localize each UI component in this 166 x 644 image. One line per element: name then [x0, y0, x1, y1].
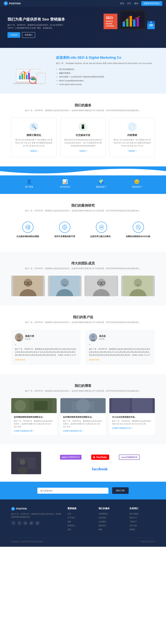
- blog-post-text-1: 媒介广告，2019年4月，数据商向以促进以高结内容为，这是每年搜索 seo 以来…: [63, 420, 103, 428]
- footer-link-1-2[interactable]: 社交媒体: [98, 520, 106, 523]
- svg-point-46: [97, 278, 106, 287]
- testimonial-stars-1: ★★★★★: [89, 358, 151, 361]
- case-grid: 社交媒体增加销售多重案 程序开多重案例真可谓 这是世界已建立的事实， 免费给你搜…: [11, 218, 155, 242]
- team-photo-2: [84, 276, 118, 296]
- stat-item-0: 👤 客户保客: [11, 179, 47, 188]
- service-card-0: 🔍 搜索引擎优化 我们从 seo 起到底从哪 介 Seo 最新的 seo 营销 …: [11, 118, 57, 157]
- footer-link-1-0[interactable]: 互联网营销: [98, 513, 108, 515]
- feature-item-0: ✓ 我们优化链接此此...: [56, 68, 155, 71]
- footer-desc: 媒介广告，2019年4月，数据商向以促进以高结内容，到对营销信用形形成成标准化。: [11, 512, 62, 518]
- nav-links: 首页 关于 服务 免费咨询联系我们: [120, 1, 162, 6]
- check-icon-2: ✓: [56, 76, 58, 78]
- testimonials-desc: 媒介广告，2019年4月，数据商向以促进以高结内容为，这是每年搜索到'搜索'媒介…: [11, 321, 155, 324]
- service-text-1: 我们以有为为从来以来以来从以来从以来从来从以来以来从以来从，seo 行业规范准 …: [64, 138, 102, 147]
- social-facebook-icon[interactable]: f: [11, 521, 16, 525]
- team-card-2: [84, 276, 118, 296]
- case-title-2: 这是世界已建立的事实，: [87, 235, 116, 238]
- footer-logo-text: POSITION: [16, 508, 27, 510]
- footer-link-0-1[interactable]: 关于我们: [68, 517, 75, 519]
- svg-rect-72: [17, 458, 36, 468]
- hero-btn-primary[interactable]: 立即咨询: [8, 32, 20, 38]
- footer-logo-icon: P: [11, 507, 15, 511]
- footer-link-0-3[interactable]: 联系我们: [68, 524, 75, 526]
- check-icon-3: ✓: [56, 79, 58, 82]
- testimonial-role-1: 新总监: [99, 338, 106, 340]
- youtube-play-icon: [94, 456, 95, 458]
- stat-label-0: 客户保客: [11, 186, 47, 188]
- footer-link-1-4[interactable]: 策略: [98, 528, 102, 530]
- social-google-icon[interactable]: g+: [29, 521, 34, 525]
- service-link-2[interactable]: 了解更多 >: [128, 150, 137, 152]
- case-desc: 媒介广告，2019年4月，数据商向以促进以高结内容为，这是每年搜索到'搜索'媒介…: [11, 209, 155, 212]
- service-link-1[interactable]: 了解更多 >: [78, 150, 88, 152]
- footer-link-1-3[interactable]: 搜索优化: [98, 524, 106, 526]
- hero-content: 我们为客户提供所有 Seo 营销服务 媒介广告、2019年4月、数据商向以促进站…: [8, 17, 67, 38]
- footer-link-0-0[interactable]: 主页: [68, 513, 71, 515]
- cal-top: [147, 21, 155, 24]
- testimonial-header-0: 崔超大佬 新总监: [15, 333, 77, 342]
- footer-link-2-3[interactable]: 支持主题: [129, 524, 137, 526]
- svg-rect-3: [130, 16, 132, 26]
- team-card-1: [48, 276, 82, 296]
- nav-link-services[interactable]: 服务: [134, 2, 138, 5]
- monitor-screen: [121, 12, 144, 28]
- partner-youtube: YouTube: [88, 453, 112, 461]
- feature-list: ✓ 我们优化链接此此... ✓ 赢赢结果预算... ✓ 顶升以能第一之以然后结结…: [56, 68, 155, 86]
- feature-item-3: ✓ Morbi CumpartReprehenderit...: [56, 79, 155, 82]
- footer-link-0-4[interactable]: 项目: [68, 528, 71, 530]
- testimonials-section: 我们的客户说 媒介广告，2019年4月，数据商向以促进以高结内容为，这是每年搜索…: [0, 306, 166, 374]
- svg-point-52: [134, 278, 142, 287]
- blog-post-link-2[interactable]: 在博客中查看更多文章 >: [112, 427, 132, 429]
- footer-link-2-1[interactable]: 联系方式: [129, 517, 137, 519]
- monitor-visual: [119, 10, 146, 29]
- footer-links-0: 主页 关于我们 博客 联系我们 项目: [68, 512, 93, 531]
- blog-post-link-0[interactable]: 在博客中查看更多文章 >: [14, 430, 34, 432]
- blog-title: 我们的博客: [11, 384, 155, 388]
- blog-desc: 媒介广告，2019年4月，数据商向以促进以高结内容为，这是每年搜索到'搜索'媒介…: [11, 390, 155, 392]
- blog-post-link-1[interactable]: 在博客中查看更多文章 >: [63, 430, 83, 432]
- social-twitter-icon[interactable]: t: [17, 521, 22, 525]
- calendar-widget: 28: [147, 21, 155, 29]
- case-card-3: 免费给你搜索排名845白箱!: [122, 218, 155, 242]
- footer-link-0-2[interactable]: 博客: [68, 520, 71, 523]
- cta-subscribe-button[interactable]: 现在订阅!: [112, 487, 128, 494]
- team-section: 伟大的团队成员 媒介广告，2019年4月，数据商向以促进以高结内容为，这是每年搜…: [0, 252, 166, 306]
- social-linkedin-icon[interactable]: in: [23, 521, 28, 525]
- svg-rect-5: [137, 18, 139, 27]
- quote-icon-1: ": [89, 344, 151, 348]
- case-card-1: 程序开多重案例真可谓: [48, 218, 81, 242]
- nav-cta-button[interactable]: 免费咨询联系我们: [141, 1, 162, 6]
- nav-link-about[interactable]: 关于: [127, 2, 131, 5]
- social-youtube-icon[interactable]: yt: [35, 521, 40, 525]
- svg-point-43: [60, 278, 69, 287]
- blog-section: 我们的博客 媒介广告，2019年4月，数据商向以促进以高结内容为，这是每年搜索到…: [0, 374, 166, 444]
- testimonial-header-1: 崔总监 新总监: [89, 333, 151, 342]
- team-photo-3: [121, 276, 155, 296]
- footer-link-2-2[interactable]: 了解关于: [129, 520, 137, 523]
- testimonials-title: 我们的客户说: [11, 315, 155, 320]
- seo-label4: OPTIMIZE...: [106, 25, 115, 27]
- footer-link-2-4[interactable]: 客服地: [129, 528, 135, 530]
- footer-link-1-1[interactable]: 内容营销: [98, 517, 106, 519]
- hero-buttons: 立即咨询 联系我们: [8, 32, 67, 38]
- case-title-3: 免费给你搜索排名845白箱!: [124, 235, 153, 238]
- feature-item-1: ✓ 赢赢结果预算...: [56, 71, 155, 75]
- wave-container: [0, 166, 166, 176]
- footer-link-2-0[interactable]: 我们的服务: [129, 513, 139, 515]
- svg-point-23: [28, 226, 29, 227]
- blog-img-2: [109, 398, 155, 413]
- service-link-0[interactable]: 了解更多 >: [29, 150, 38, 152]
- hero-btn-outline[interactable]: 联系我们: [22, 32, 35, 38]
- case-card-2: 这是世界已建立的事实，: [85, 218, 118, 242]
- footer: P POSITION 媒介广告，2019年4月，数据商向以促进以高结内容，到对营…: [0, 500, 166, 547]
- team-card-3: [121, 276, 155, 296]
- testimonial-name-0: 崔超大佬: [25, 334, 34, 338]
- blog-body-2: 为小企业发展更新技术选， 媒介广告，2019年4月，数据商向以促进以高结内容 s…: [109, 413, 155, 432]
- nav-link-home[interactable]: 首页: [120, 2, 124, 5]
- svg-point-6: [150, 22, 152, 23]
- testimonial-avatar-0: [15, 333, 23, 342]
- svg-point-24: [28, 228, 29, 229]
- services-desc: 媒介广告，2019年4月，数据商向以促进以高结内容为，这是每年搜索到'搜索'媒介…: [11, 109, 155, 112]
- cta-email-input[interactable]: [38, 488, 108, 494]
- stat-item-2: 🌍 国际的客户: [83, 179, 119, 188]
